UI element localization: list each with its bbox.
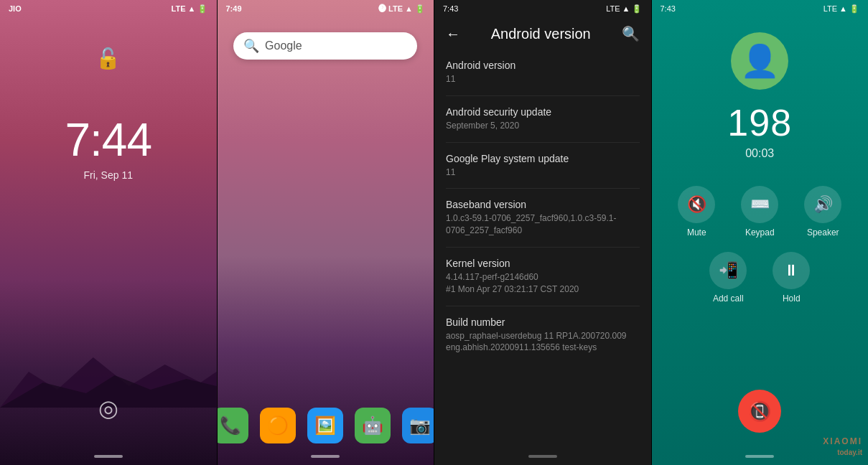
status-bar-2: 7:49 🅟 LTE ▲ 🔋 bbox=[218, 0, 434, 18]
home-indicator-1 bbox=[94, 455, 123, 458]
android-time: 7:43 bbox=[443, 4, 458, 14]
info-value-baseband: 1.0.c3-59.1-0706_2257_facf960,1.0.c3-59.… bbox=[446, 212, 640, 237]
mute-action[interactable]: 🔇 Mute bbox=[678, 186, 715, 238]
home-indicator-2 bbox=[311, 455, 340, 458]
android-toolbar: ← Android version 🔍 bbox=[434, 18, 651, 50]
home-indicator-4 bbox=[745, 455, 774, 458]
hold-button[interactable]: ⏸ bbox=[773, 252, 810, 289]
keypad-action[interactable]: ⌨️ Keypad bbox=[741, 186, 778, 238]
fingerprint-icon[interactable]: ◎ bbox=[98, 395, 118, 422]
status-icons-1: LTE ▲ 🔋 bbox=[172, 4, 208, 14]
mute-button[interactable]: 🔇 bbox=[678, 186, 715, 223]
mute-label: Mute bbox=[687, 227, 706, 238]
addcall-action[interactable]: 📲 Add call bbox=[709, 252, 747, 304]
caller-avatar: 👤 bbox=[731, 32, 788, 90]
info-value-build: aosp_raphael-userdebug 11 RP1A.200720.00… bbox=[446, 330, 640, 354]
call-time: 7:43 bbox=[661, 4, 676, 14]
info-item-kernel: Kernel version 4.14.117-perf-g2146d60#1 … bbox=[446, 248, 640, 306]
back-button[interactable]: ← bbox=[446, 26, 460, 42]
status-bar-1: JIO LTE ▲ 🔋 bbox=[0, 0, 217, 18]
info-value-security: September 5, 2020 bbox=[446, 120, 640, 132]
watermark: XIAOMI today.it bbox=[823, 436, 862, 458]
info-label-kernel: Kernel version bbox=[446, 258, 640, 269]
toolbar-title: Android version bbox=[491, 26, 591, 42]
watermark-site: today.it bbox=[837, 448, 862, 456]
dock-photos-icon[interactable]: 🖼️ bbox=[307, 408, 343, 443]
addcall-button[interactable]: 📲 bbox=[709, 252, 747, 289]
lockscreen-panel: JIO LTE ▲ 🔋 🔓 7:44 Fri, Sep 11 ◎ bbox=[0, 0, 217, 465]
status-bar-3: 7:43 LTE ▲ 🔋 bbox=[434, 0, 651, 18]
caller-number: 198 bbox=[727, 101, 792, 144]
end-call-button[interactable]: 📵 bbox=[738, 390, 781, 433]
lock-icon: 🔓 bbox=[95, 47, 121, 70]
avatar-icon: 👤 bbox=[740, 42, 780, 80]
app-dock: 📞 🟠 🖼️ 🤖 📷 bbox=[218, 408, 434, 443]
lock-time: 7:44 bbox=[65, 113, 151, 166]
search-bar[interactable]: 🔍 Google bbox=[233, 32, 417, 60]
keypad-label: Keypad bbox=[745, 227, 775, 238]
call-status-icons: LTE ▲ 🔋 bbox=[823, 4, 859, 14]
home-indicator-3 bbox=[528, 455, 557, 458]
status-bar-4: 7:43 LTE ▲ 🔋 bbox=[652, 0, 869, 18]
speaker-action[interactable]: 🔊 Speaker bbox=[804, 186, 841, 238]
search-label: Google bbox=[265, 39, 302, 52]
hold-label: Hold bbox=[783, 293, 801, 304]
addcall-label: Add call bbox=[713, 293, 744, 304]
hold-action[interactable]: ⏸ Hold bbox=[773, 252, 810, 304]
carrier-label: JIO bbox=[9, 4, 22, 14]
home-time: 7:49 bbox=[226, 4, 242, 14]
info-item-gplay: Google Play system update 11 bbox=[446, 143, 640, 189]
info-item-baseband: Baseband version 1.0.c3-59.1-0706_2257_f… bbox=[446, 189, 640, 248]
info-value-gplay: 11 bbox=[446, 166, 640, 179]
dock-camera-icon[interactable]: 📷 bbox=[402, 408, 434, 443]
android-info-list: Android version 11 Android security upda… bbox=[434, 50, 651, 465]
call-actions-row1: 🔇 Mute ⌨️ Keypad 🔊 Speaker bbox=[678, 186, 841, 238]
home-status-icons: 🅟 LTE ▲ 🔋 bbox=[378, 4, 425, 14]
info-label-gplay: Google Play system update bbox=[446, 153, 640, 164]
callscreen-panel: 7:43 LTE ▲ 🔋 👤 198 00:03 🔇 Mute ⌨️ Keypa… bbox=[652, 0, 869, 465]
end-call-icon: 📵 bbox=[748, 400, 771, 423]
info-label-build: Build number bbox=[446, 316, 640, 328]
info-value-kernel: 4.14.117-perf-g2146d60#1 Mon Apr 27 03:2… bbox=[446, 271, 640, 296]
call-actions-row2: 📲 Add call ⏸ Hold bbox=[709, 252, 810, 304]
info-value-version: 11 bbox=[446, 73, 640, 85]
search-icon: 🔍 bbox=[243, 38, 259, 54]
keypad-button[interactable]: ⌨️ bbox=[741, 186, 778, 223]
speaker-label: Speaker bbox=[807, 227, 839, 238]
homescreen-panel: 7:49 🅟 LTE ▲ 🔋 🔍 Google 📞 🟠 🖼️ 🤖 📷 bbox=[218, 0, 434, 465]
info-label-version: Android version bbox=[446, 60, 640, 71]
search-button[interactable]: 🔍 bbox=[622, 25, 640, 42]
dock-phone-icon[interactable]: 📞 bbox=[218, 408, 249, 443]
info-item-build: Build number aosp_raphael-userdebug 11 R… bbox=[446, 306, 640, 365]
dock-apps-icon[interactable]: 🟠 bbox=[260, 408, 296, 443]
info-item-security: Android security update September 5, 202… bbox=[446, 96, 640, 143]
info-label-baseband: Baseband version bbox=[446, 199, 640, 210]
call-duration: 00:03 bbox=[745, 147, 774, 160]
info-label-security: Android security update bbox=[446, 106, 640, 118]
dock-android-icon[interactable]: 🤖 bbox=[355, 408, 391, 443]
android-info-panel: 7:43 LTE ▲ 🔋 ← Android version 🔍 Android… bbox=[434, 0, 651, 465]
android-status-icons: LTE ▲ 🔋 bbox=[606, 4, 642, 14]
lock-date: Fri, Sep 11 bbox=[84, 169, 133, 181]
info-item-version: Android version 11 bbox=[446, 50, 640, 96]
speaker-button[interactable]: 🔊 bbox=[804, 186, 841, 223]
watermark-brand: XIAOMI bbox=[823, 436, 862, 446]
